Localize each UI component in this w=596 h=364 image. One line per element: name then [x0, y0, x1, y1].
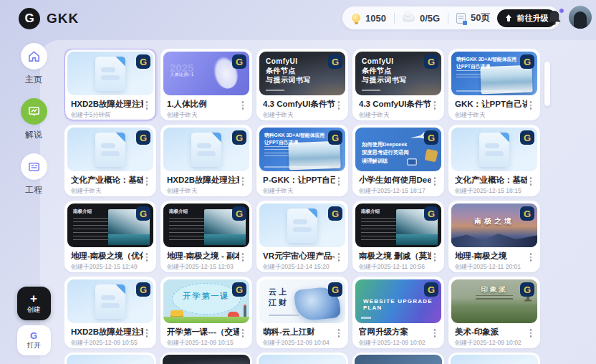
project-card[interactable]: G HXD2B故障处理注意事项 创建于2025-12-09 10:55 [64, 277, 156, 348]
thumbnail-text: 2025人体比例~1 [170, 62, 193, 78]
card-menu-button[interactable] [239, 327, 246, 337]
card-menu-button[interactable] [239, 99, 246, 110]
document-icon [287, 209, 317, 243]
card-thumbnail: G 南极介绍 [163, 203, 249, 247]
card-thumbnail: G 萌科GKK 3D+AI智能体应用让PPT自己讲课 [259, 128, 345, 171]
sidebar-item-narration[interactable]: 解说 [21, 98, 47, 141]
card-thumbnail: G 南极之境 [451, 203, 537, 247]
card-title: 官网升级方案 [359, 327, 431, 337]
notification-bell-button[interactable] [547, 9, 564, 28]
card-menu-button[interactable] [239, 175, 246, 186]
bus-decoration [170, 310, 183, 318]
project-card-partial[interactable] [448, 353, 540, 364]
project-card-partial[interactable] [352, 353, 444, 364]
card-menu-button[interactable] [143, 327, 150, 337]
card-texts: P-GKK：让PPT自己讲课... 创建于昨天 [263, 175, 335, 196]
thumbnail-text: 南极介绍 [73, 209, 92, 215]
card-thumbnail: G 南极介绍 [355, 203, 441, 247]
open-button[interactable]: G 打开 [17, 325, 51, 355]
project-card[interactable]: G HXD2B故障处理注意事项 创建于5分钟前 [64, 49, 156, 120]
card-title: 文化产业概论：基础理论... [455, 175, 527, 186]
card-texts: HXD2B故障处理注意事... 创建于昨天 [167, 175, 239, 196]
card-thumbnail [163, 355, 250, 364]
card-menu-button[interactable] [143, 175, 150, 186]
card-created-date: 创建于2025-12-15 12:49 [71, 263, 143, 272]
card-meta: 文化产业概论：基础理论... 创建于2025-12-15 18:15 [449, 171, 539, 196]
storage-stat[interactable]: 0/5G [403, 13, 440, 24]
card-title: 1.人体比例 [167, 99, 239, 110]
create-button[interactable]: + 创建 [17, 287, 51, 320]
card-menu-button[interactable] [527, 251, 534, 262]
card-meta: 文化产业概论：基础理论... 创建于昨天 [65, 171, 155, 196]
home-icon [21, 43, 47, 70]
project-card[interactable]: G 开学第一课 开学第一课---（交通安... 创建于2025-12-09 10… [160, 277, 252, 348]
project-card[interactable]: G 文化产业概论：基础理论... 创建于2025-12-15 18:15 [448, 125, 540, 196]
card-menu-button[interactable] [431, 251, 438, 262]
card-title: 文化产业概论：基础理论... [71, 175, 143, 186]
card-thumbnail: G WEBSITE UPGRADE PLAN [355, 279, 441, 323]
user-avatar[interactable] [569, 6, 592, 29]
gkk-badge-icon: G [424, 54, 438, 69]
card-menu-button[interactable] [239, 251, 246, 262]
card-menu-button[interactable] [431, 327, 438, 337]
card-menu-button[interactable] [431, 99, 438, 110]
card-menu-button[interactable] [335, 251, 342, 262]
project-card[interactable]: G 南极之境 地理-南极之境 创建于2025-12-11 20:01 [448, 201, 540, 272]
project-card[interactable]: G 如何使用Deepseek深度思考进行英语阅读理解训练 小学生如何使用Deep… [352, 125, 444, 196]
storage-value: 0/5G [420, 13, 440, 24]
project-card[interactable]: G 云上江财 萌科-云上江财 创建于2025-12-09 10:04 [256, 277, 348, 348]
sidebar-item-home[interactable]: 主页 [21, 43, 47, 86]
card-meta: 地理-南极之境 创建于2025-12-11 20:01 [449, 247, 539, 272]
card-title: 4.3 ComfyUI条件节点与... [359, 99, 431, 110]
account-stats-pill: 1050 0/5G 50页 前往升级 [342, 6, 560, 29]
project-card-partial[interactable] [256, 353, 348, 364]
card-menu-button[interactable] [527, 99, 534, 110]
project-card[interactable]: G 文化产业概论：基础理论... 创建于昨天 [64, 125, 156, 196]
card-menu-button[interactable] [143, 251, 150, 262]
create-button-label: 创建 [27, 305, 41, 315]
scrollbar-thumb[interactable] [544, 62, 550, 106]
card-meta: 4.3 ComfyUI条件节点与... 创建于昨天 [353, 95, 443, 120]
project-card[interactable]: G 南极介绍 地理-南极之境（优化版） 创建于2025-12-15 12:49 [64, 201, 156, 272]
project-card[interactable]: G 南极介绍 地理-南极之境 - 副本 创建于2025-12-15 12:03 [160, 201, 252, 272]
card-menu-button[interactable] [143, 99, 150, 110]
card-menu-button[interactable] [431, 175, 438, 186]
project-card[interactable]: G ComfyUI条件节点与提示词书写 4.3 ComfyUI条件节点与... … [352, 49, 444, 120]
gkk-badge-icon: G [424, 206, 438, 221]
card-menu-button[interactable] [335, 99, 342, 110]
project-card[interactable]: G HXD2B故障处理注意事... 创建于昨天 [160, 125, 252, 196]
project-card-partial[interactable] [64, 353, 156, 364]
card-thumbnail: G [451, 128, 537, 171]
card-menu-button[interactable] [335, 175, 342, 186]
gkk-badge-icon: G [232, 130, 246, 145]
card-title: VR元宇宙心理产品-2024... [263, 251, 335, 262]
card-created-date: 创建于昨天 [167, 111, 239, 120]
light-decoration [244, 306, 246, 317]
card-texts: 官网升级方案 创建于2025-12-09 10:02 [359, 327, 431, 348]
card-menu-button[interactable] [335, 327, 342, 337]
project-card[interactable]: G 南极介绍 南极之境 删减（莫逆版） 创建于2025-12-11 20:56 [352, 201, 444, 272]
card-menu-button[interactable] [527, 175, 534, 186]
card-meta: GKK：让PPT自己讲课的... 创建于昨天 [449, 95, 539, 120]
project-card[interactable]: G 萌科GKK 3D+AI智能体应用让PPT自己讲课 GKK：让PPT自己讲课的… [448, 49, 540, 120]
card-meta: 地理-南极之境 - 副本 创建于2025-12-15 12:03 [161, 247, 251, 272]
app-logo[interactable]: G GKK [19, 8, 79, 29]
project-card[interactable]: G WEBSITE UPGRADE PLAN 官网升级方案 创建于2025-12… [352, 277, 444, 348]
project-card[interactable]: G 萌科GKK 3D+AI智能体应用让PPT自己讲课 P-GKK：让PPT自己讲… [256, 125, 348, 196]
pages-stat[interactable]: 50页 [456, 11, 490, 24]
project-grid-area: G HXD2B故障处理注意事项 创建于5分钟前 G 2025人体比例~1 1.人… [64, 49, 542, 364]
para-decoration [73, 218, 112, 241]
project-card[interactable]: G VR元宇宙心理产品-2024... 创建于2025-12-14 15:20 [256, 201, 348, 272]
sidebar-item-projects[interactable]: 工程 [21, 153, 47, 196]
credits-stat[interactable]: 1050 [352, 13, 386, 24]
pages-value: 50页 [471, 11, 490, 24]
project-card[interactable]: G 印象派 美术-印象派 创建于2025-12-09 10:02 [448, 277, 540, 348]
card-thumbnail [451, 355, 538, 364]
card-menu-button[interactable] [527, 327, 534, 337]
card-created-date: 创建于2025-12-11 20:01 [455, 263, 527, 272]
project-card[interactable]: G 2025人体比例~1 1.人体比例 创建于昨天 [160, 49, 252, 120]
project-card-partial[interactable] [160, 353, 252, 364]
project-card[interactable]: G ComfyUI条件节点与提示词书写 4.3 ComfyUI条件节点与... … [256, 49, 348, 120]
card-title: 地理-南极之境（优化版） [71, 251, 143, 262]
gkk-badge-icon: G [328, 130, 342, 145]
